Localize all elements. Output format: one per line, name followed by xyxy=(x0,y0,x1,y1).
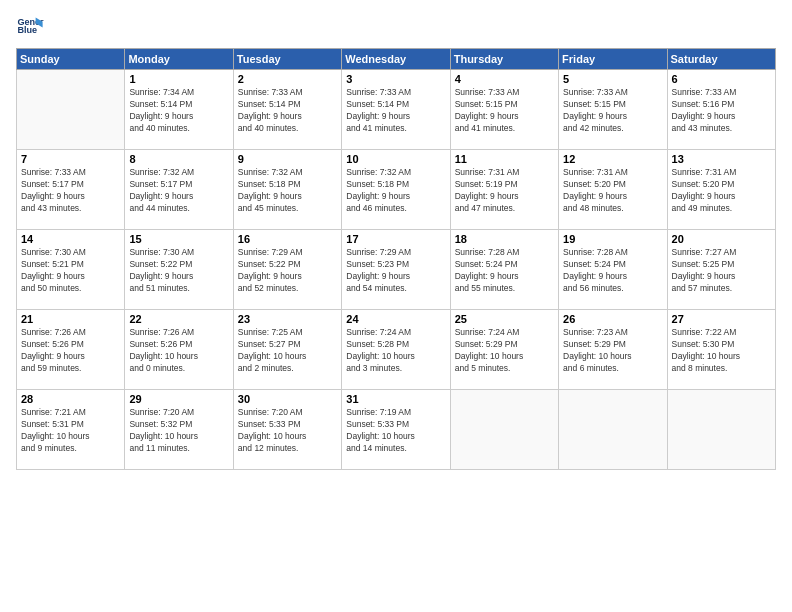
svg-text:Blue: Blue xyxy=(17,25,37,35)
calendar-cell xyxy=(559,390,667,470)
day-info: Sunrise: 7:30 AM Sunset: 5:21 PM Dayligh… xyxy=(21,247,120,295)
day-number: 26 xyxy=(563,313,662,325)
calendar-cell: 14Sunrise: 7:30 AM Sunset: 5:21 PM Dayli… xyxy=(17,230,125,310)
calendar-cell: 21Sunrise: 7:26 AM Sunset: 5:26 PM Dayli… xyxy=(17,310,125,390)
calendar-cell xyxy=(450,390,558,470)
day-info: Sunrise: 7:33 AM Sunset: 5:14 PM Dayligh… xyxy=(238,87,337,135)
weekday-header-friday: Friday xyxy=(559,49,667,70)
calendar-cell: 16Sunrise: 7:29 AM Sunset: 5:22 PM Dayli… xyxy=(233,230,341,310)
calendar-cell: 1Sunrise: 7:34 AM Sunset: 5:14 PM Daylig… xyxy=(125,70,233,150)
calendar-cell: 23Sunrise: 7:25 AM Sunset: 5:27 PM Dayli… xyxy=(233,310,341,390)
day-number: 22 xyxy=(129,313,228,325)
calendar-cell: 3Sunrise: 7:33 AM Sunset: 5:14 PM Daylig… xyxy=(342,70,450,150)
calendar-cell: 27Sunrise: 7:22 AM Sunset: 5:30 PM Dayli… xyxy=(667,310,775,390)
calendar-cell xyxy=(667,390,775,470)
day-info: Sunrise: 7:26 AM Sunset: 5:26 PM Dayligh… xyxy=(129,327,228,375)
day-number: 28 xyxy=(21,393,120,405)
weekday-header-tuesday: Tuesday xyxy=(233,49,341,70)
day-info: Sunrise: 7:33 AM Sunset: 5:16 PM Dayligh… xyxy=(672,87,771,135)
calendar-cell: 15Sunrise: 7:30 AM Sunset: 5:22 PM Dayli… xyxy=(125,230,233,310)
logo: General Blue xyxy=(16,12,44,40)
weekday-header-saturday: Saturday xyxy=(667,49,775,70)
day-number: 11 xyxy=(455,153,554,165)
day-number: 9 xyxy=(238,153,337,165)
calendar-cell: 19Sunrise: 7:28 AM Sunset: 5:24 PM Dayli… xyxy=(559,230,667,310)
calendar-cell: 2Sunrise: 7:33 AM Sunset: 5:14 PM Daylig… xyxy=(233,70,341,150)
weekday-header-sunday: Sunday xyxy=(17,49,125,70)
day-info: Sunrise: 7:22 AM Sunset: 5:30 PM Dayligh… xyxy=(672,327,771,375)
calendar-cell: 9Sunrise: 7:32 AM Sunset: 5:18 PM Daylig… xyxy=(233,150,341,230)
calendar-cell: 29Sunrise: 7:20 AM Sunset: 5:32 PM Dayli… xyxy=(125,390,233,470)
day-number: 16 xyxy=(238,233,337,245)
day-number: 31 xyxy=(346,393,445,405)
day-number: 24 xyxy=(346,313,445,325)
calendar-cell: 11Sunrise: 7:31 AM Sunset: 5:19 PM Dayli… xyxy=(450,150,558,230)
calendar-cell: 25Sunrise: 7:24 AM Sunset: 5:29 PM Dayli… xyxy=(450,310,558,390)
calendar-cell: 7Sunrise: 7:33 AM Sunset: 5:17 PM Daylig… xyxy=(17,150,125,230)
weekday-header-thursday: Thursday xyxy=(450,49,558,70)
day-info: Sunrise: 7:28 AM Sunset: 5:24 PM Dayligh… xyxy=(563,247,662,295)
day-number: 17 xyxy=(346,233,445,245)
day-info: Sunrise: 7:29 AM Sunset: 5:22 PM Dayligh… xyxy=(238,247,337,295)
calendar-week-1: 1Sunrise: 7:34 AM Sunset: 5:14 PM Daylig… xyxy=(17,70,776,150)
day-number: 15 xyxy=(129,233,228,245)
calendar-table: SundayMondayTuesdayWednesdayThursdayFrid… xyxy=(16,48,776,470)
day-info: Sunrise: 7:25 AM Sunset: 5:27 PM Dayligh… xyxy=(238,327,337,375)
day-number: 13 xyxy=(672,153,771,165)
weekday-header-monday: Monday xyxy=(125,49,233,70)
day-info: Sunrise: 7:26 AM Sunset: 5:26 PM Dayligh… xyxy=(21,327,120,375)
day-info: Sunrise: 7:24 AM Sunset: 5:29 PM Dayligh… xyxy=(455,327,554,375)
logo-icon: General Blue xyxy=(16,12,44,40)
day-info: Sunrise: 7:33 AM Sunset: 5:15 PM Dayligh… xyxy=(455,87,554,135)
calendar-cell: 8Sunrise: 7:32 AM Sunset: 5:17 PM Daylig… xyxy=(125,150,233,230)
day-number: 1 xyxy=(129,73,228,85)
day-number: 21 xyxy=(21,313,120,325)
day-number: 25 xyxy=(455,313,554,325)
day-number: 7 xyxy=(21,153,120,165)
day-number: 5 xyxy=(563,73,662,85)
calendar-cell: 17Sunrise: 7:29 AM Sunset: 5:23 PM Dayli… xyxy=(342,230,450,310)
day-number: 10 xyxy=(346,153,445,165)
day-info: Sunrise: 7:33 AM Sunset: 5:14 PM Dayligh… xyxy=(346,87,445,135)
calendar-cell xyxy=(17,70,125,150)
day-number: 2 xyxy=(238,73,337,85)
calendar-cell: 18Sunrise: 7:28 AM Sunset: 5:24 PM Dayli… xyxy=(450,230,558,310)
day-info: Sunrise: 7:29 AM Sunset: 5:23 PM Dayligh… xyxy=(346,247,445,295)
weekday-header-wednesday: Wednesday xyxy=(342,49,450,70)
calendar-week-4: 21Sunrise: 7:26 AM Sunset: 5:26 PM Dayli… xyxy=(17,310,776,390)
calendar-cell: 31Sunrise: 7:19 AM Sunset: 5:33 PM Dayli… xyxy=(342,390,450,470)
header: General Blue xyxy=(16,12,776,40)
calendar-cell: 13Sunrise: 7:31 AM Sunset: 5:20 PM Dayli… xyxy=(667,150,775,230)
day-info: Sunrise: 7:33 AM Sunset: 5:15 PM Dayligh… xyxy=(563,87,662,135)
day-number: 12 xyxy=(563,153,662,165)
calendar-cell: 26Sunrise: 7:23 AM Sunset: 5:29 PM Dayli… xyxy=(559,310,667,390)
day-number: 18 xyxy=(455,233,554,245)
day-number: 23 xyxy=(238,313,337,325)
calendar-cell: 22Sunrise: 7:26 AM Sunset: 5:26 PM Dayli… xyxy=(125,310,233,390)
day-info: Sunrise: 7:31 AM Sunset: 5:19 PM Dayligh… xyxy=(455,167,554,215)
day-info: Sunrise: 7:33 AM Sunset: 5:17 PM Dayligh… xyxy=(21,167,120,215)
day-info: Sunrise: 7:31 AM Sunset: 5:20 PM Dayligh… xyxy=(672,167,771,215)
weekday-header-row: SundayMondayTuesdayWednesdayThursdayFrid… xyxy=(17,49,776,70)
calendar-cell: 30Sunrise: 7:20 AM Sunset: 5:33 PM Dayli… xyxy=(233,390,341,470)
calendar-week-5: 28Sunrise: 7:21 AM Sunset: 5:31 PM Dayli… xyxy=(17,390,776,470)
day-info: Sunrise: 7:20 AM Sunset: 5:33 PM Dayligh… xyxy=(238,407,337,455)
day-number: 6 xyxy=(672,73,771,85)
day-number: 19 xyxy=(563,233,662,245)
calendar-cell: 12Sunrise: 7:31 AM Sunset: 5:20 PM Dayli… xyxy=(559,150,667,230)
calendar-cell: 28Sunrise: 7:21 AM Sunset: 5:31 PM Dayli… xyxy=(17,390,125,470)
day-number: 8 xyxy=(129,153,228,165)
calendar-week-2: 7Sunrise: 7:33 AM Sunset: 5:17 PM Daylig… xyxy=(17,150,776,230)
day-info: Sunrise: 7:28 AM Sunset: 5:24 PM Dayligh… xyxy=(455,247,554,295)
calendar-week-3: 14Sunrise: 7:30 AM Sunset: 5:21 PM Dayli… xyxy=(17,230,776,310)
day-number: 30 xyxy=(238,393,337,405)
day-number: 29 xyxy=(129,393,228,405)
day-info: Sunrise: 7:20 AM Sunset: 5:32 PM Dayligh… xyxy=(129,407,228,455)
page: General Blue SundayMondayTuesdayWednesda… xyxy=(0,0,792,612)
day-number: 4 xyxy=(455,73,554,85)
day-info: Sunrise: 7:19 AM Sunset: 5:33 PM Dayligh… xyxy=(346,407,445,455)
day-info: Sunrise: 7:21 AM Sunset: 5:31 PM Dayligh… xyxy=(21,407,120,455)
day-number: 3 xyxy=(346,73,445,85)
day-info: Sunrise: 7:34 AM Sunset: 5:14 PM Dayligh… xyxy=(129,87,228,135)
day-info: Sunrise: 7:27 AM Sunset: 5:25 PM Dayligh… xyxy=(672,247,771,295)
